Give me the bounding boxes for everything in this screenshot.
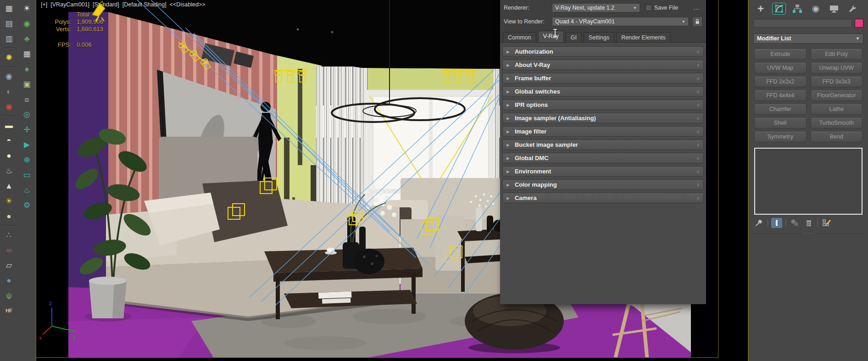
corona-renderer-icon[interactable]: ☼	[20, 93, 34, 106]
rollout-color-mapping[interactable]: ▶Color mapping≡	[502, 179, 704, 190]
rollout-grip-icon[interactable]: ≡	[697, 76, 700, 81]
tree-frame-icon[interactable]: ▣	[20, 78, 34, 91]
remove-modifier-button[interactable]	[803, 218, 814, 228]
viewport-label-segment-disabled[interactable]: <<Disabled>>	[170, 1, 206, 8]
modifier-button-floorgenerator[interactable]: FloorGenerator	[811, 90, 863, 101]
motion-tab[interactable]: ◉	[809, 3, 822, 14]
modifier-list-dropdown[interactable]: Modifier List ▼	[753, 33, 863, 44]
rollout-grip-icon[interactable]: ≡	[697, 116, 700, 121]
sphere-light-icon[interactable]: ●	[2, 149, 16, 162]
rollout-expand-icon[interactable]: ▶	[506, 169, 510, 174]
rollout-expand-icon[interactable]: ▶	[506, 183, 510, 187]
rollout-frame-buffer[interactable]: ▶Frame buffer≡	[502, 73, 704, 83]
modifier-button-unwrap-uvw[interactable]: Unwrap UVW	[811, 63, 863, 73]
more-options-button[interactable]: ...	[691, 5, 702, 11]
plane-light-icon[interactable]: ▬	[2, 119, 16, 132]
modifier-button-ffd-4x4x4[interactable]: FFD 4x4x4	[754, 90, 807, 101]
rollout-image-sampler-antialiasing[interactable]: ▶Image sampler (Antialiasing)≡	[502, 113, 704, 123]
grass-icon[interactable]: ψ	[2, 289, 16, 302]
vray-camera-icon[interactable]: ◉	[2, 100, 16, 113]
pin-stack-button[interactable]	[753, 218, 764, 228]
rollout-ipr-options[interactable]: ▶IPR options≡	[502, 100, 704, 110]
modifier-button-chamfer[interactable]: Chamfer	[754, 104, 807, 115]
bulb-gear-icon[interactable]: ⚙	[20, 199, 34, 212]
rollout-authorization[interactable]: ▶Authorization≡	[502, 46, 704, 57]
configure-modifier-sets-button[interactable]	[821, 218, 832, 228]
tab-gi[interactable]: GI	[566, 32, 582, 43]
modifier-button-lathe[interactable]: Lathe	[811, 104, 863, 115]
tab-common[interactable]: Common	[503, 32, 536, 43]
rollout-expand-icon[interactable]: ▶	[506, 156, 510, 161]
rollout-grip-icon[interactable]: ≡	[697, 129, 700, 134]
save-file-checkbox[interactable]	[645, 5, 652, 11]
rollout-grip-icon[interactable]: ≡	[697, 169, 700, 174]
object-color-swatch[interactable]	[855, 19, 863, 28]
hairfarm-icon[interactable]: HF	[2, 304, 16, 317]
viewport-label-segment-[interactable]: [+]	[41, 1, 47, 8]
molecule-icon[interactable]: ∞	[2, 244, 16, 257]
modifier-button-shell[interactable]: Shell	[754, 118, 807, 128]
modifier-button-bend[interactable]: Bend	[811, 132, 863, 142]
rollout-grip-icon[interactable]: ≡	[697, 195, 700, 201]
rollout-global-switches[interactable]: ▶Global switches≡	[502, 86, 704, 97]
lock-view-button[interactable]	[692, 17, 702, 27]
rollout-grip-icon[interactable]: ≡	[697, 142, 700, 148]
viewport-label-segment-default-shading[interactable]: [Default Shading]	[122, 1, 167, 8]
make-unique-button[interactable]	[789, 218, 800, 228]
rollout-expand-icon[interactable]: ▶	[506, 103, 510, 107]
modifier-button-edit-poly[interactable]: Edit Poly	[811, 49, 863, 60]
rollout-camera[interactable]: ▶Camera≡	[502, 193, 704, 203]
hierarchy-tab[interactable]	[791, 3, 804, 14]
viewport-label-segment-vraycam001[interactable]: [VRayCam001]	[50, 1, 89, 8]
modifier-button-turbosmooth[interactable]: TurboSmooth	[811, 118, 863, 128]
rollout-expand-icon[interactable]: ▶	[506, 196, 510, 200]
rollout-expand-icon[interactable]: ▶	[506, 129, 510, 134]
rendered-frame-window-icon[interactable]: ▦	[2, 2, 16, 15]
rollout-grip-icon[interactable]: ≡	[697, 156, 700, 161]
layered-spheres-icon[interactable]: ◎	[20, 108, 34, 121]
video-player-icon[interactable]: ▶	[20, 138, 34, 151]
rollout-image-filter[interactable]: ▶Image filter≡	[502, 126, 704, 137]
rollout-expand-icon[interactable]: ▶	[506, 76, 510, 81]
rollout-global-dmc[interactable]: ▶Global DMC≡	[502, 153, 704, 163]
view-to-render-dropdown[interactable]: Quad 4 - VRayCam001 ▼	[552, 17, 689, 26]
teapot-teal-icon[interactable]: ♨	[20, 183, 34, 197]
panel-rollup-separator[interactable]: ·······	[752, 233, 864, 238]
modifier-button-ffd-3x3x3[interactable]: FFD 3x3x3	[811, 77, 863, 87]
sun-positioner-icon[interactable]: ☀	[20, 2, 34, 15]
rollout-expand-icon[interactable]: ▶	[506, 63, 510, 67]
geosphere-icon[interactable]: ●	[2, 210, 16, 223]
rollout-expand-icon[interactable]: ▶	[506, 50, 510, 54]
rollup-handle[interactable]: ·······	[801, 231, 816, 235]
render-setup-icon[interactable]: ▤	[2, 17, 16, 30]
render-presets-icon[interactable]: ▥	[2, 32, 16, 45]
rollout-expand-icon[interactable]: ▶	[506, 89, 510, 94]
tab-render-elements[interactable]: Render Elements	[616, 32, 671, 43]
rollout-expand-icon[interactable]: ▶	[506, 143, 510, 147]
forest-pack-icon[interactable]: ♠	[20, 62, 34, 76]
rollout-grip-icon[interactable]: ≡	[697, 89, 700, 94]
film-camera-icon[interactable]: ◉	[2, 70, 16, 83]
rollout-grip-icon[interactable]: ≡	[697, 49, 700, 55]
light-lister-table-icon[interactable]: ▦	[20, 47, 34, 61]
create-tab[interactable]: +	[754, 3, 767, 14]
scatter-icon[interactable]: ∴	[2, 228, 16, 242]
dome-light-icon[interactable]: ◓	[2, 134, 16, 147]
physical-camera-icon[interactable]: ◉	[20, 17, 34, 30]
rollout-environment[interactable]: ▶Environment≡	[502, 166, 704, 177]
rollout-grip-icon[interactable]: ≡	[697, 62, 700, 68]
matte-sphere-icon[interactable]: ◐	[2, 85, 16, 98]
object-name-input[interactable]	[753, 19, 852, 28]
modify-tab[interactable]	[773, 3, 785, 14]
wire-box-icon[interactable]: ▱	[2, 259, 16, 272]
tab-v-ray[interactable]: V-Ray	[538, 31, 564, 43]
add-camera-icon[interactable]: ⊕	[20, 153, 34, 167]
trees-icon[interactable]: ♣	[20, 32, 34, 45]
modifier-button-uvw-map[interactable]: UVW Map	[754, 63, 807, 73]
teapot-icon[interactable]: ♨	[2, 164, 16, 178]
light-lister-icon[interactable]: ✺	[2, 51, 16, 64]
rollout-expand-icon[interactable]: ▶	[506, 116, 510, 121]
rollout-about-v-ray[interactable]: ▶About V-Ray≡	[502, 60, 704, 70]
transform-gizmo-icon[interactable]: ✛	[20, 123, 34, 136]
modifier-button-extrude[interactable]: Extrude	[754, 49, 807, 60]
